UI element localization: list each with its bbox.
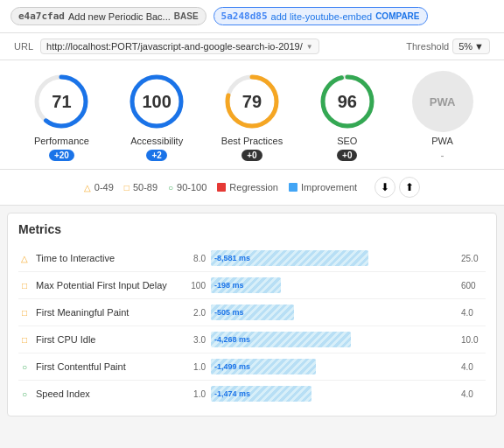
score-delta-accessibility: +2	[146, 150, 166, 161]
score-label-performance: Performance	[34, 136, 89, 146]
score-label-seo: SEO	[337, 136, 357, 146]
metric-row-first-contentful-paint: ○ First Contentful Paint 1.0 -1,499 ms 4…	[18, 354, 486, 381]
metrics-section: Metrics △ Time to Interactive 8.0 -8,581…	[7, 213, 497, 416]
legend-label-improvement: Improvement	[301, 182, 357, 192]
metric-bar-first-cpu-idle: -4,268 ms	[211, 332, 351, 347]
metric-icon-first-contentful-paint: ○	[18, 360, 31, 373]
metric-compare-first-cpu-idle: 10.0	[461, 335, 486, 345]
score-label-accessibility: Accessibility	[130, 136, 183, 146]
scores-section: 71 Performance +20 100 Accessibility +2	[0, 60, 504, 170]
metric-name-speed-index: Speed Index	[36, 388, 176, 399]
score-circle-seo: 96	[317, 71, 378, 132]
score-delta-best-practices: +0	[242, 150, 262, 161]
metric-bar-container-first-cpu-idle: -4,268 ms	[211, 331, 456, 348]
score-item-performance: 71 Performance +20	[22, 71, 101, 161]
metric-name-first-contentful-paint: First Contentful Paint	[36, 361, 176, 372]
score-value-performance: 71	[52, 92, 71, 112]
metric-icon-speed-index: ○	[18, 388, 31, 400]
metric-bar-container-speed-index: -1,474 ms	[211, 385, 456, 402]
score-circle-accessibility: 100	[126, 71, 187, 132]
metric-icon-first-meaningful-paint: □	[18, 306, 31, 318]
metric-base-time-to-interactive: 8.0	[181, 254, 206, 263]
threshold-chevron-icon: ▼	[474, 41, 484, 52]
score-circle-best-practices: 79	[221, 71, 283, 132]
metric-base-speed-index: 1.0	[181, 389, 206, 399]
metrics-title: Metrics	[18, 222, 486, 236]
metric-icon-first-cpu-idle: □	[18, 333, 31, 346]
legend-actions: ⬇ ⬆	[374, 177, 420, 198]
base-commit-badge[interactable]: e4a7cfad Add new Periodic Bac... BASE	[10, 7, 206, 25]
threshold-selector[interactable]: 5% ▼	[452, 38, 490, 54]
score-delta-performance: +20	[49, 150, 74, 161]
score-label-pwa: PWA	[431, 136, 453, 146]
metric-compare-time-to-interactive: 25.0	[461, 254, 486, 263]
metric-compare-first-meaningful-paint: 4.0	[461, 308, 486, 318]
base-badge-type: BASE	[174, 11, 199, 21]
score-item-best-practices: 79 Best Practices +0	[213, 71, 291, 161]
triangle-icon: △	[84, 183, 91, 192]
compare-commit-badge[interactable]: 5a248d85 add lite-youtube-embed COMPARE	[214, 7, 428, 25]
metric-name-first-cpu-idle: First CPU Idle	[36, 334, 176, 345]
legend-label-50-89: 50-89	[133, 182, 158, 192]
metric-bar-speed-index: -1,474 ms	[211, 386, 312, 402]
legend-label-0-49: 0-49	[94, 182, 114, 192]
download-button[interactable]: ⬇	[374, 177, 396, 198]
metric-name-first-meaningful-paint: First Meaningful Paint	[36, 307, 176, 318]
score-value-best-practices: 79	[242, 92, 262, 112]
metric-base-max-potential-first-input-delay: 100	[181, 281, 206, 290]
metric-bar-container-max-potential-first-input-delay: -198 ms	[211, 276, 456, 294]
score-delta-seo: +0	[337, 150, 357, 161]
legend-label-90-100: 90-100	[177, 182, 206, 192]
url-label: URL	[14, 41, 33, 52]
metric-bar-first-contentful-paint: -1,499 ms	[211, 359, 316, 374]
url-selector[interactable]: http://localhost:PORT/javascript-and-goo…	[40, 38, 319, 54]
threshold-value: 5%	[458, 41, 472, 52]
score-item-seo: 96 SEO +0	[308, 71, 387, 161]
legend-label-regression: Regression	[229, 182, 278, 192]
compare-commit-hash: 5a248d85	[221, 10, 268, 22]
score-value-accessibility: 100	[143, 92, 172, 112]
metric-compare-speed-index: 4.0	[461, 389, 486, 399]
score-label-best-practices: Best Practices	[221, 136, 283, 146]
metric-compare-first-contentful-paint: 4.0	[461, 362, 486, 372]
base-commit-message: Add new Periodic Bac...	[68, 11, 171, 22]
compare-badge-type: COMPARE	[375, 11, 419, 21]
threshold-section: Threshold 5% ▼	[406, 38, 490, 54]
metric-bar-container-first-meaningful-paint: -505 ms	[211, 304, 456, 321]
metric-compare-max-potential-first-input-delay: 600	[461, 281, 486, 290]
circle-icon: ○	[168, 183, 173, 192]
score-item-pwa: PWA PWA -	[403, 71, 482, 162]
pwa-label-abbr: PWA	[430, 95, 456, 108]
threshold-label: Threshold	[406, 41, 449, 52]
metrics-rows: △ Time to Interactive 8.0 -8,581 ms 25.0…	[18, 245, 486, 407]
metric-row-max-potential-first-input-delay: □ Max Potential First Input Delay 100 -1…	[18, 272, 486, 299]
legend-item-90-100: ○ 90-100	[168, 182, 206, 192]
metric-base-first-meaningful-paint: 2.0	[181, 308, 206, 318]
share-button[interactable]: ⬆	[399, 177, 420, 198]
url-value: http://localhost:PORT/javascript-and-goo…	[46, 41, 303, 52]
metric-base-first-cpu-idle: 3.0	[181, 335, 206, 345]
score-delta-pwa: -	[441, 150, 444, 162]
legend-item-0-49: △ 0-49	[84, 182, 114, 192]
square-icon: □	[124, 183, 130, 192]
base-commit-hash: e4a7cfad	[18, 10, 65, 22]
metric-bar-first-meaningful-paint: -505 ms	[211, 304, 294, 320]
metric-row-first-cpu-idle: □ First CPU Idle 3.0 -4,268 ms 10.0	[18, 326, 486, 354]
pwa-circle: PWA	[412, 71, 473, 132]
metric-bar-max-potential-first-input-delay: -198 ms	[211, 277, 281, 293]
scores-grid: 71 Performance +20 100 Accessibility +2	[14, 71, 490, 162]
metric-bar-container-time-to-interactive: -8,581 ms	[211, 249, 456, 267]
metric-bar-time-to-interactive: -8,581 ms	[211, 250, 368, 266]
legend-item-regression: Regression	[217, 182, 278, 192]
metric-row-first-meaningful-paint: □ First Meaningful Paint 2.0 -505 ms 4.0	[18, 299, 486, 326]
improvement-box	[289, 183, 298, 192]
score-value-seo: 96	[338, 92, 357, 112]
legend-bar: △ 0-49 □ 50-89 ○ 90-100 Regression Impro…	[0, 170, 504, 206]
url-bar: URL http://localhost:PORT/javascript-and…	[0, 33, 504, 60]
score-circle-performance: 71	[31, 71, 92, 132]
metric-name-max-potential-first-input-delay: Max Potential First Input Delay	[36, 280, 176, 290]
metric-row-speed-index: ○ Speed Index 1.0 -1,474 ms 4.0	[18, 381, 486, 407]
metric-row-time-to-interactive: △ Time to Interactive 8.0 -8,581 ms 25.0	[18, 245, 486, 272]
metric-icon-time-to-interactive: △	[18, 252, 31, 264]
metric-base-first-contentful-paint: 1.0	[181, 362, 206, 372]
